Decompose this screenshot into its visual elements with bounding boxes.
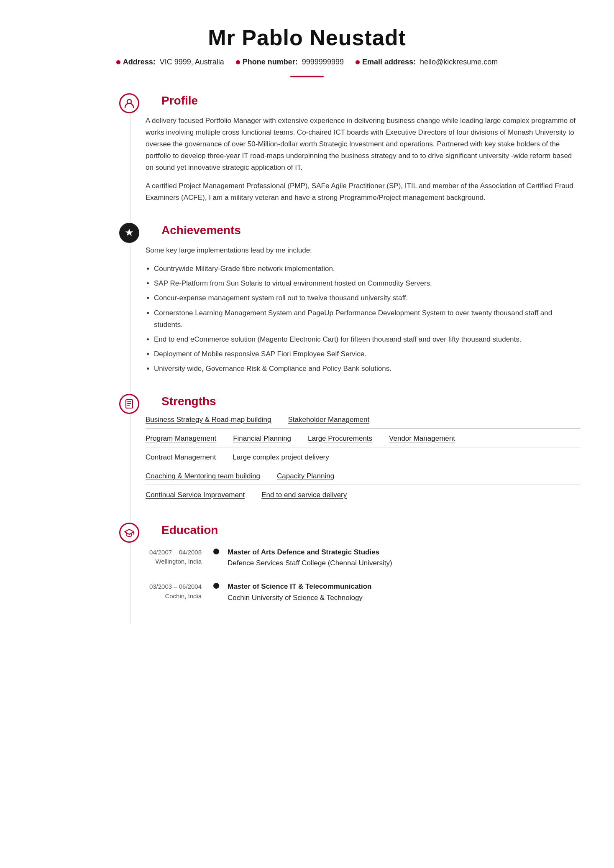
profile-section: Profile A delivery focused Portfolio Man…	[130, 94, 581, 204]
strength-item: Program Management	[146, 434, 216, 443]
profile-para-1: A delivery focused Portfolio Manager wit…	[146, 115, 581, 174]
strength-item: Coaching & Mentoring team building	[146, 472, 260, 480]
main-content: Profile A delivery focused Portfolio Man…	[33, 94, 581, 623]
svg-marker-1	[125, 229, 133, 236]
strengths-section: Strengths Business Strategy & Road-map b…	[130, 395, 581, 503]
phone-label: Phone number:	[243, 58, 298, 66]
education-icon	[119, 523, 139, 543]
candidate-name: Mr Pablo Neustadt	[33, 25, 581, 50]
edu-date-range-2: 03/2003 – 06/2004	[130, 582, 202, 592]
content-column: Profile A delivery focused Portfolio Man…	[130, 94, 581, 623]
profile-icon	[119, 93, 139, 113]
strength-row-5: Continual Service Improvement End to end…	[146, 491, 581, 503]
edu-dot-2	[213, 583, 219, 589]
strength-item: Large Procurements	[308, 434, 372, 443]
email-value: hello@kickresume.com	[420, 58, 498, 66]
education-section: Education 04/2007 – 04/2008 Wellington, …	[130, 523, 581, 603]
achievements-icon	[119, 223, 139, 243]
achievement-item: Countrywide Military-Grade fibre network…	[154, 263, 581, 275]
strength-item: Vendor Management	[389, 434, 455, 443]
achievements-intro: Some key large implementations lead by m…	[146, 245, 581, 256]
resume-header: Mr Pablo Neustadt Address: VIC 9999, Aus…	[33, 25, 581, 77]
achievements-list: Countrywide Military-Grade fibre network…	[154, 263, 581, 374]
strength-item: Business Strategy & Road-map building	[146, 416, 271, 424]
strength-item: Continual Service Improvement	[146, 491, 245, 499]
strength-item: Large complex project delivery	[233, 453, 329, 462]
address-label: Address:	[123, 58, 156, 66]
strength-item: Financial Planning	[233, 434, 291, 443]
profile-body: A delivery focused Portfolio Manager wit…	[130, 115, 581, 204]
strength-row-2: Program Management Financial Planning La…	[146, 434, 581, 447]
edu-location-1: Wellington, India	[130, 557, 202, 567]
profile-title: Profile	[146, 94, 198, 107]
strength-item: Contract Management	[146, 453, 216, 462]
svg-marker-3	[125, 529, 134, 534]
email-dot	[356, 60, 360, 64]
education-title: Education	[146, 523, 218, 536]
edu-location-2: Cochin, India	[130, 592, 202, 601]
edu-institution-2: Cochin University of Science & Technolog…	[228, 594, 363, 602]
education-entries: 04/2007 – 04/2008 Wellington, India Mast…	[130, 547, 581, 603]
phone-dot	[236, 60, 240, 64]
achievement-item: Concur-expense management system roll ou…	[154, 292, 581, 304]
edu-detail-2: Master of Science IT & Telecommunication…	[219, 581, 372, 603]
achievement-item: SAP Re-Platform from Sun Solaris to virt…	[154, 278, 581, 289]
achievements-body: Some key large implementations lead by m…	[130, 245, 581, 374]
edu-detail-1: Master of Arts Defence and Strategic Stu…	[219, 547, 392, 569]
email-item: Email address: hello@kickresume.com	[350, 58, 504, 66]
strength-item: End to end service delivery	[261, 491, 347, 499]
achievement-item: Cornerstone Learning Management System a…	[154, 307, 581, 331]
phone-value: 9999999999	[302, 58, 344, 66]
phone-item: Phone number: 9999999999	[230, 58, 350, 66]
strength-item: Capacity Planning	[277, 472, 334, 480]
strength-row-1: Business Strategy & Road-map building St…	[146, 416, 581, 429]
strengths-icon	[119, 394, 139, 414]
timeline-column	[33, 94, 130, 623]
address-dot	[116, 60, 120, 64]
edu-institution-1: Defence Services Staff College (Chennai …	[228, 559, 392, 567]
strengths-title: Strengths	[146, 395, 216, 408]
header-divider	[290, 76, 324, 77]
achievement-item: Deployment of Mobile responsive SAP Fior…	[154, 348, 581, 360]
contact-bar: Address: VIC 9999, Australia Phone numbe…	[33, 58, 581, 66]
address-value: VIC 9999, Australia	[160, 58, 224, 66]
edu-date-2: 03/2003 – 06/2004 Cochin, India	[130, 581, 213, 601]
strength-row-3: Contract Management Large complex projec…	[146, 453, 581, 466]
address-item: Address: VIC 9999, Australia	[110, 58, 230, 66]
education-entry-1: 04/2007 – 04/2008 Wellington, India Mast…	[130, 547, 581, 569]
education-entry-2: 03/2003 – 06/2004 Cochin, India Master o…	[130, 581, 581, 603]
email-label: Email address:	[362, 58, 416, 66]
profile-para-2: A certified Project Management Professio…	[146, 180, 581, 204]
edu-degree-2: Master of Science IT & Telecommunication	[228, 581, 372, 592]
edu-degree-1: Master of Arts Defence and Strategic Stu…	[228, 547, 392, 558]
edu-date-1: 04/2007 – 04/2008 Wellington, India	[130, 547, 213, 567]
achievement-item: University wide, Governance Risk & Compl…	[154, 363, 581, 375]
achievement-item: End to end eCommerce solution (Magento E…	[154, 334, 581, 345]
strengths-grid: Business Strategy & Road-map building St…	[130, 416, 581, 503]
strength-row-4: Coaching & Mentoring team building Capac…	[146, 472, 581, 485]
achievements-title: Achievements	[146, 224, 241, 237]
edu-dot-1	[213, 549, 219, 554]
strength-item: Stakeholder Management	[288, 416, 370, 424]
edu-date-range-1: 04/2007 – 04/2008	[130, 548, 202, 557]
achievements-section: Achievements Some key large implementati…	[130, 224, 581, 374]
